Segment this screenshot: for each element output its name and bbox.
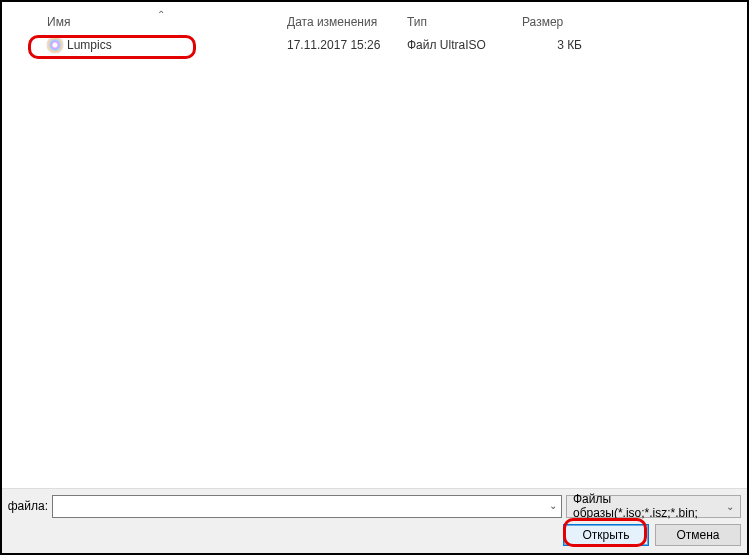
column-header-type[interactable]: Тип: [407, 15, 522, 29]
file-date: 17.11.2017 15:26: [287, 38, 407, 52]
chevron-down-icon[interactable]: ⌄: [549, 500, 557, 511]
chevron-down-icon: ⌄: [726, 501, 734, 512]
bottom-bar: файла: ⌄ Файлы образы(*.iso;*.isz;*.bin;…: [2, 488, 747, 553]
disc-icon: [47, 37, 63, 53]
filename-label: файла:: [2, 499, 52, 513]
cancel-button-label: Отмена: [676, 528, 719, 542]
open-button-label: Открыть: [582, 528, 629, 542]
filename-row: файла: ⌄ Файлы образы(*.iso;*.isz;*.bin;…: [2, 489, 747, 519]
filetype-select[interactable]: Файлы образы(*.iso;*.isz;*.bin; ⌄: [566, 495, 741, 518]
file-type: Файл UltraISO: [407, 38, 522, 52]
columns-header: Имя ⌃ Дата изменения Тип Размер: [27, 2, 742, 34]
file-size: 3 КБ: [522, 38, 592, 52]
filename-input[interactable]: ⌄: [52, 495, 562, 518]
file-name: Lumpics: [67, 38, 112, 52]
column-header-name[interactable]: Имя ⌃: [27, 15, 287, 29]
cancel-button[interactable]: Отмена: [655, 524, 741, 546]
column-header-name-label: Имя: [47, 15, 70, 29]
file-row[interactable]: Lumpics 17.11.2017 15:26 Файл UltraISO 3…: [27, 34, 742, 56]
column-header-size[interactable]: Размер: [522, 15, 592, 29]
buttons-row: Открыть Отмена: [2, 519, 747, 551]
file-list-area: Имя ⌃ Дата изменения Тип Размер Lumpics …: [27, 2, 742, 488]
sort-ascending-icon: ⌃: [157, 9, 165, 20]
filetype-select-label: Файлы образы(*.iso;*.isz;*.bin;: [573, 492, 726, 520]
column-header-date[interactable]: Дата изменения: [287, 15, 407, 29]
open-button[interactable]: Открыть: [563, 524, 649, 546]
